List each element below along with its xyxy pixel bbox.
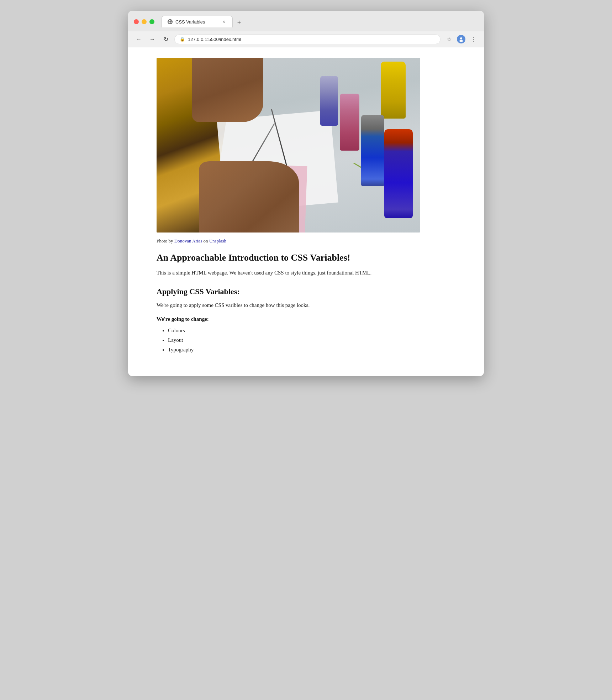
bookmark-button[interactable]: ☆ <box>444 34 454 44</box>
nav-bar: ← → ↻ 🔒 127.0.0.1:5500/index.html ☆ ⋮ <box>128 31 484 47</box>
forward-button[interactable]: → <box>147 34 157 44</box>
tab-close-icon[interactable]: × <box>221 19 227 25</box>
address-bar[interactable]: 🔒 127.0.0.1:5500/index.html <box>174 35 440 44</box>
paint-bottle-2 <box>361 115 384 186</box>
tab-bar: CSS Variables × + <box>162 16 478 27</box>
globe-icon <box>168 19 173 24</box>
new-tab-button[interactable]: + <box>234 17 244 27</box>
list-item: Colours <box>168 326 455 335</box>
profile-icon[interactable] <box>457 35 465 43</box>
title-bar: CSS Variables × + <box>128 11 484 31</box>
change-heading: We're going to change: <box>157 316 455 322</box>
svg-point-0 <box>460 37 462 40</box>
hero-image-container <box>157 58 455 233</box>
caption-middle: on <box>202 238 209 244</box>
back-button[interactable]: ← <box>134 34 144 44</box>
address-text: 127.0.0.1:5500/index.html <box>188 37 241 42</box>
close-button[interactable] <box>134 19 139 24</box>
tab-title: CSS Variables <box>175 19 205 25</box>
paint-bottle-4 <box>340 94 359 151</box>
hand-decoration-top <box>192 58 263 122</box>
hand-decoration-bottom <box>199 161 299 233</box>
list-item: Layout <box>168 335 455 345</box>
active-tab[interactable]: CSS Variables × <box>162 16 233 27</box>
change-list: Colours Layout Typography <box>157 326 455 355</box>
hero-image <box>157 58 420 233</box>
section-paragraph: We're going to apply some CSS varibles t… <box>157 301 455 309</box>
minimize-button[interactable] <box>142 19 147 24</box>
photo-caption: Photo by Donovan Arias on Unsplash <box>157 238 455 244</box>
refresh-button[interactable]: ↻ <box>161 34 171 44</box>
window-controls <box>134 19 154 24</box>
paint-bottle-5 <box>320 76 338 126</box>
section-heading: Applying CSS Variables: <box>157 287 455 296</box>
caption-prefix: Photo by <box>157 238 174 244</box>
lock-icon: 🔒 <box>180 37 185 42</box>
svg-point-1 <box>459 40 463 42</box>
page-content: Photo by Donovan Arias on Unsplash An Ap… <box>128 47 484 376</box>
main-heading: An Approachable Introduction to CSS Vari… <box>157 252 455 263</box>
maximize-button[interactable] <box>149 19 154 24</box>
photo-source-link[interactable]: Unsplash <box>209 238 226 244</box>
paint-bottle-3 <box>384 129 413 218</box>
intro-paragraph: This is a simple HTML webpage. We haven'… <box>157 269 455 277</box>
list-item: Typography <box>168 345 455 355</box>
browser-window: CSS Variables × + ← → ↻ 🔒 127.0.0.1:5500… <box>128 11 484 376</box>
nav-right-icons: ☆ ⋮ <box>444 34 478 44</box>
paint-bottle-1 <box>381 62 406 119</box>
menu-button[interactable]: ⋮ <box>468 34 478 44</box>
photo-author-link[interactable]: Donovan Arias <box>174 238 202 244</box>
